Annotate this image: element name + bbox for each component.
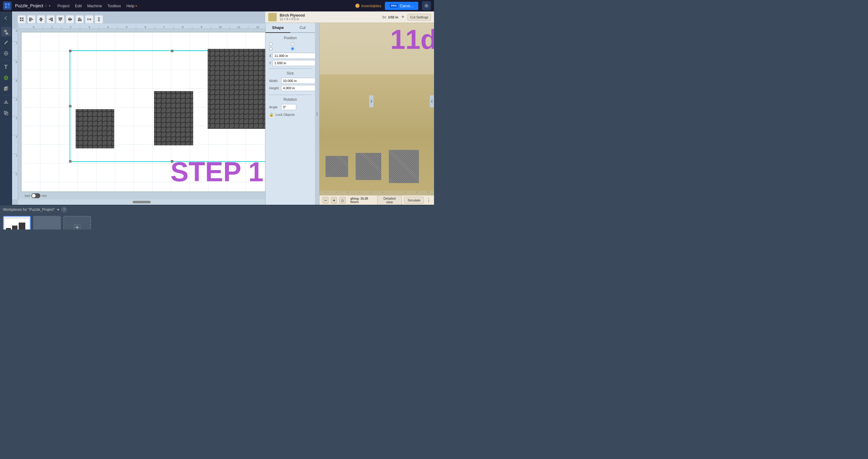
nav-toolbox[interactable]: Toolbox [107,4,121,8]
workpiece-1-thumb[interactable]: Generic Template [3,216,31,229]
position-title: Position [269,36,311,40]
project-name[interactable]: Puzzle_Project ☆ ▾ [15,3,51,8]
image-import-button[interactable] [1,73,11,83]
workpiece-2-thumb[interactable] [33,216,61,229]
svg-rect-38 [49,19,53,20]
svg-rect-31 [30,20,31,21]
import-button[interactable] [1,97,11,107]
handle-tl[interactable] [69,50,71,52]
angle-input[interactable] [281,104,296,110]
target-tool-button[interactable] [1,49,11,58]
zoom-out-button[interactable]: − [322,197,329,204]
workpieces-chevron[interactable]: ▾ [57,207,59,212]
tab-cut[interactable]: Cut [290,23,315,33]
form-divider-1 [269,68,311,69]
inventables-link[interactable]: I Inventables [355,3,381,8]
svg-rect-2 [5,6,7,8]
svg-point-88 [317,115,318,115]
detailed-view-button[interactable]: Detailed view [377,195,402,205]
carve-button[interactable]: PRO Carve... [385,2,418,10]
position-radio-c[interactable] [269,47,290,50]
unit-toggle[interactable]: inch mm [25,193,47,198]
simulate-button[interactable]: Simulate [404,197,424,204]
nav-help[interactable]: Help ● [126,4,137,8]
svg-rect-0 [5,3,7,5]
nav-project[interactable]: Project [57,4,69,8]
more-options-icon[interactable]: ⋮ [426,197,431,203]
y-input[interactable] [273,60,318,66]
distribute-v-button[interactable] [95,15,103,24]
nav-edit[interactable]: Edit [75,4,82,8]
svg-rect-26 [22,18,24,19]
svg-rect-19 [4,103,8,104]
3d-preview-view: 1 2 3 4 5 6 7 8 9 10 11d [319,23,434,195]
svg-rect-42 [60,18,61,21]
cut-settings-button[interactable]: Cut Settings [407,14,431,21]
step-text-preview: 11d [390,26,434,53]
panel-expand-handle[interactable] [315,23,319,205]
puzzle-block-3[interactable] [208,49,265,129]
lock-objects-label[interactable]: Lock Objects [276,113,295,116]
add-workpiece-button[interactable] [63,216,91,229]
zoom-home-button[interactable]: ⌂ [339,197,345,204]
align-right-button[interactable] [46,15,55,24]
material-size: 12 × 8 × 0.5 in [280,18,305,21]
svg-point-10 [5,53,7,54]
wp-mini-3 [19,223,25,229]
material-name: Birch Plywood [280,13,305,18]
text-tool-button[interactable]: T [1,62,11,72]
x-input[interactable] [273,53,318,59]
settings-button[interactable] [422,1,431,10]
workpieces-help-button[interactable]: ? [61,207,67,212]
zoom-in-button[interactable]: + [331,197,337,204]
material-header: Birch Plywood 12 × 8 × 0.5 in Bit 1/32 i… [265,11,434,23]
horizontal-scrollbar[interactable] [18,199,265,205]
panel-collapse-right[interactable] [430,95,434,107]
align-top-button[interactable] [56,15,64,24]
handle-bc[interactable] [171,160,173,163]
pen-tool-button[interactable] [1,38,11,47]
canvas-grid[interactable]: STEP 11d [21,32,265,192]
add-bit-button[interactable]: + [401,14,405,20]
svg-rect-30 [30,19,33,20]
tab-shape[interactable]: Shape [266,23,290,33]
align-bottom-button[interactable] [75,15,84,24]
ruler-vertical: 8 7 6 5 4 3 2 1 0 [12,29,18,199]
align-center-v-button[interactable] [66,15,74,24]
preview-carve-1 [326,156,348,177]
puzzle-block-1[interactable] [76,109,114,148]
box-3d-button[interactable] [1,84,11,93]
panel-collapse-left[interactable] [369,95,373,107]
bit-section: Bit 1/32 in [382,16,398,19]
canvas-area[interactable]: 0 1 2 3 4 5 6 7 8 9 10 11 12 8 7 6 5 4 3 [12,11,265,205]
svg-rect-43 [61,18,62,20]
top-navigation-bar: Puzzle_Project ☆ ▾ Project Edit Machine … [0,0,434,11]
material-info: Birch Plywood 12 × 8 × 0.5 in [280,13,305,21]
handle-bl[interactable] [69,160,71,163]
nav-machine[interactable]: Machine [87,4,102,8]
canvas-inner[interactable]: STEP 11d [18,29,265,199]
puzzle-block-2[interactable] [154,91,193,145]
cube-button[interactable] [1,108,11,118]
svg-point-6 [426,5,427,7]
collapse-left-button[interactable] [1,13,11,23]
mm-label: mm [41,194,47,198]
position-radio-tr[interactable] [291,42,311,46]
position-radio-tl[interactable] [269,42,290,46]
distribute-h-button[interactable] [85,15,93,24]
chevron-icon[interactable]: ▾ [49,4,51,8]
scrollbar-thumb[interactable] [133,201,151,203]
align-left-button[interactable] [27,15,36,24]
toolbar-divider [2,25,10,25]
star-icon[interactable]: ☆ [44,4,48,8]
align-center-h-button[interactable] [37,15,45,24]
unit-switch[interactable] [31,193,40,198]
handle-tc[interactable] [171,50,173,52]
align-grid-button[interactable] [18,15,26,24]
angle-row: Angle [269,104,311,110]
shapes-button[interactable] [1,27,11,36]
svg-rect-49 [78,18,79,21]
handle-ml[interactable] [69,105,71,107]
position-radio-br[interactable] [291,47,311,50]
svg-rect-25 [20,18,22,19]
